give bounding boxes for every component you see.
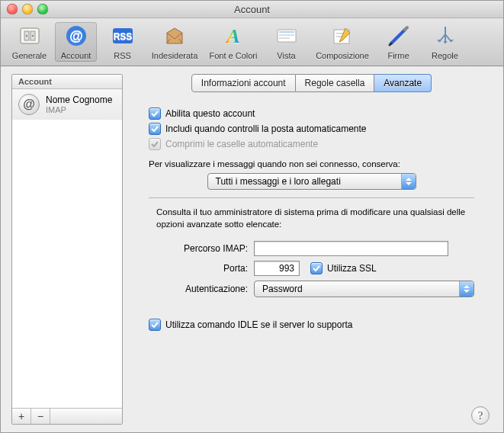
svg-rect-12	[279, 34, 294, 36]
toolbar-label: Generale	[12, 51, 47, 60]
svg-rect-0	[21, 28, 39, 43]
toolbar-item-rss[interactable]: RSS RSS	[101, 22, 143, 62]
checkbox-checked-icon	[149, 123, 161, 135]
body-area: Account @ Nome Cognome IMAP + − Informaz…	[1, 66, 503, 432]
tab-mailbox-behaviors[interactable]: Regole casella	[296, 74, 375, 92]
imap-path-label: Percorso IMAP:	[149, 243, 248, 254]
select-arrows-icon	[401, 174, 416, 189]
toolbar-item-junk[interactable]: Indesiderata	[148, 22, 201, 62]
admin-note: Consulta il tuo amministratore di sistem…	[156, 206, 467, 230]
toolbar-label: Indesiderata	[152, 51, 198, 60]
viewing-icon	[274, 24, 299, 48]
toolbar-item-signatures[interactable]: Firme	[377, 22, 419, 62]
checkbox-checked-icon	[149, 107, 161, 120]
junk-icon	[162, 24, 187, 48]
content-pane: Informazioni account Regole casella Avan…	[130, 74, 493, 425]
titlebar: Account	[1, 1, 503, 18]
at-circle-icon: @	[18, 94, 40, 115]
compose-icon	[330, 24, 355, 48]
port-label: Porta:	[149, 263, 248, 274]
offline-keep-select[interactable]: Tutti i messaggi e i loro allegati	[207, 173, 416, 190]
include-autocheck-checkbox[interactable]: Includi quando controlli la posta automa…	[149, 123, 474, 135]
advanced-form: Abilita questo account Includi quando co…	[130, 100, 493, 331]
tab-account-info[interactable]: Informazioni account	[191, 74, 296, 92]
account-name: Nome Cognome	[46, 95, 112, 105]
toolbar-label: Font e Colori	[210, 51, 258, 60]
checkbox-checked-icon	[310, 262, 323, 274]
toolbar-label: Account	[61, 51, 91, 60]
compact-mailboxes-checkbox: Comprimi le caselle automaticamente	[149, 138, 474, 150]
rules-icon	[433, 24, 457, 48]
preferences-window: Account Generale @ Account RSS RSS In	[0, 0, 504, 433]
accounts-list[interactable]: @ Nome Cognome IMAP	[12, 89, 122, 408]
account-type: IMAP	[46, 105, 112, 114]
at-icon: @	[64, 24, 88, 48]
tabs: Informazioni account Regole casella Avan…	[130, 74, 493, 92]
toolbar-item-account[interactable]: @ Account	[55, 22, 97, 62]
svg-rect-11	[279, 31, 294, 33]
toolbar-item-general[interactable]: Generale	[8, 22, 50, 62]
toolbar-label: Vista	[277, 51, 295, 60]
account-row[interactable]: @ Nome Cognome IMAP	[12, 89, 122, 120]
use-idle-checkbox[interactable]: Utilizza comando IDLE se il server lo su…	[149, 319, 474, 331]
toolbar-item-rules[interactable]: Regole	[424, 22, 466, 62]
use-ssl-checkbox[interactable]: Utilizza SSL	[310, 262, 377, 274]
checkbox-checked-icon	[149, 319, 161, 331]
toolbar-item-composing[interactable]: Composizione	[312, 22, 373, 62]
svg-point-3	[26, 35, 27, 37]
toolbar-item-fonts[interactable]: A Font e Colori	[206, 22, 261, 62]
tab-advanced[interactable]: Avanzate	[374, 74, 432, 92]
svg-marker-18	[443, 41, 448, 43]
sidebar-header: Account	[12, 75, 122, 89]
sidebar-buttons: + −	[12, 408, 122, 424]
switch-icon	[18, 24, 42, 48]
checkbox-disabled-icon	[149, 138, 161, 150]
toolbar-label: Firme	[387, 51, 409, 60]
enable-account-checkbox[interactable]: Abilita questo account	[149, 107, 474, 120]
fonts-icon: A	[221, 24, 246, 48]
toolbar-label: RSS	[114, 51, 131, 60]
toolbar: Generale @ Account RSS RSS Indesiderata	[1, 18, 503, 66]
toolbar-label: Composizione	[316, 51, 369, 60]
accounts-sidebar: Account @ Nome Cognome IMAP + −	[11, 74, 123, 425]
account-info: Nome Cognome IMAP	[46, 95, 112, 114]
auth-label: Autenticazione:	[149, 284, 248, 294]
port-input[interactable]	[254, 261, 300, 276]
imap-path-input[interactable]	[254, 241, 448, 256]
select-arrows-icon	[459, 281, 474, 297]
toolbar-label: Regole	[432, 51, 458, 60]
svg-text:A: A	[225, 25, 239, 47]
svg-rect-13	[279, 37, 290, 39]
svg-text:RSS: RSS	[113, 31, 132, 42]
help-button[interactable]: ?	[471, 406, 490, 425]
divider	[149, 197, 474, 198]
rss-icon: RSS	[111, 24, 135, 48]
signature-icon	[387, 24, 411, 48]
svg-point-4	[32, 35, 34, 37]
auth-select[interactable]: Password	[254, 281, 474, 297]
remove-account-button[interactable]: −	[31, 409, 50, 424]
offline-note: Per visualizzare i messaggi quando non s…	[149, 159, 474, 168]
add-account-button[interactable]: +	[12, 409, 31, 424]
svg-text:@: @	[69, 28, 83, 43]
window-title: Account	[1, 4, 503, 15]
toolbar-item-viewing[interactable]: Vista	[265, 22, 307, 62]
